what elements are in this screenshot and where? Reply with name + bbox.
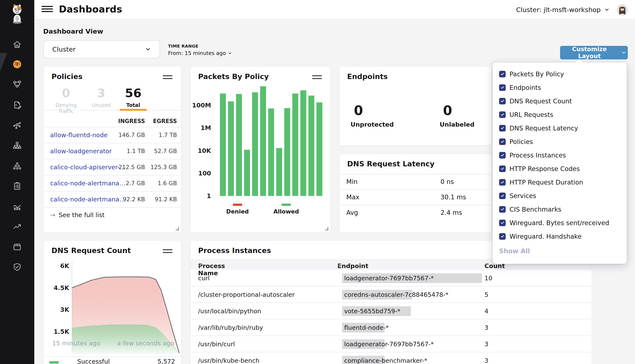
checkbox-checked-icon[interactable] (499, 152, 506, 158)
svg-text:Denied: Denied (226, 208, 249, 215)
sidebar-item-home[interactable] (12, 40, 22, 49)
sidebar-item-policy-recommendations[interactable] (12, 100, 22, 110)
policy-name-link[interactable]: calico-cloud-apiserver-… (50, 160, 126, 175)
checkbox-checked-icon[interactable] (499, 98, 506, 104)
egress-column-header: EGRESS (153, 118, 177, 124)
checkbox-checked-icon[interactable] (499, 138, 506, 145)
process-row[interactable]: /var/lib/ruby/bin/rubyfluentd-node-*3 (190, 320, 592, 336)
process-row[interactable]: /cluster-proportional-autoscalercoredns-… (190, 286, 592, 303)
svg-text:10K: 10K (198, 147, 211, 154)
latency-row-min: Min0 ns (339, 174, 491, 190)
sidebar-item-network-topology[interactable] (12, 141, 22, 150)
checkbox-checked-icon[interactable] (499, 206, 506, 213)
calico-cat-logo[interactable] (5, 2, 29, 24)
menu-item-packets-by-policy[interactable]: Packets By Policy (493, 67, 627, 81)
packets-by-policy-chart: 110010K1M100MDeniedAllowed (190, 67, 330, 233)
policy-name-link[interactable]: calico-node-alertmana… (50, 192, 125, 207)
home-icon (12, 40, 22, 49)
sidebar-item-compliance-reports[interactable] (12, 181, 22, 191)
process-name-cell: /var/lib/ruby/bin/ruby (198, 320, 263, 336)
cluster-selector[interactable]: Cluster: jlt-msft-workshop (515, 6, 611, 14)
menu-item-label: HTTP Response Codes (510, 165, 580, 172)
svg-text:6K: 6K (60, 262, 69, 270)
menu-item-label: DNS Request Count (510, 98, 572, 105)
stat-total[interactable]: 56Total (120, 87, 147, 108)
checkbox-checked-icon[interactable] (499, 125, 506, 132)
resize-handle-icon[interactable] (325, 227, 328, 230)
show-all-link[interactable]: Show All (499, 247, 530, 255)
count-cell: 3 (485, 320, 488, 336)
see-full-list-link[interactable]: →See the full list (50, 207, 105, 223)
sidebar-item-threat-defense[interactable] (12, 262, 22, 272)
dns-request-count-chart: 1.5K3K4.5K6K15 minutes agoa few seconds … (44, 241, 181, 364)
policy-ingress-value: 212.5 GB (119, 160, 145, 175)
menu-item-dns-request-count[interactable]: DNS Request Count (493, 94, 627, 108)
menu-item-endpoints[interactable]: Endpoints (493, 81, 627, 94)
process-row[interactable]: /usr/bin/kube-benchcompliance-benchmarke… (190, 352, 592, 364)
process-row[interactable]: /usr/bin/curlloadgenerator-7697bb7567-*3 (190, 336, 592, 352)
process-name-cell: /usr/bin/kube-bench (198, 352, 260, 364)
sidebar-item-network-policies[interactable] (12, 80, 22, 90)
endpoint-cell: loadgenerator-7697bb7567-* (344, 270, 434, 286)
menu-toggle-icon[interactable] (42, 6, 53, 14)
sidebar-item-service-graph[interactable] (12, 120, 22, 130)
endpoint-cell: coredns-autoscaler-7c88465478-* (344, 286, 449, 303)
page-title: Dashboards (59, 4, 122, 14)
process-row[interactable]: curlloadgenerator-7697bb7567-*10 (190, 270, 592, 286)
sidebar-item-image-assurance[interactable] (12, 242, 22, 252)
checkbox-checked-icon[interactable] (499, 84, 506, 91)
menu-item-services[interactable]: Services (493, 189, 627, 202)
sort-icon (337, 262, 342, 267)
menu-item-url-requests[interactable]: URL Requests (493, 108, 627, 121)
menu-item-label: Endpoints (510, 84, 541, 91)
endpoint-cell: vote-5655bd759-* (344, 303, 400, 320)
sidebar-item-dashboards[interactable] (12, 60, 22, 69)
menu-item-http-response-codes[interactable]: HTTP Response Codes (493, 162, 627, 176)
user-avatar[interactable] (617, 4, 628, 15)
svg-text:Allowed: Allowed (274, 208, 299, 215)
menu-item-wireguard-bytes-sent-received[interactable]: Wireguard. Bytes sent/received (493, 216, 627, 230)
menu-item-http-request-duration[interactable]: HTTP Request Duration (493, 176, 627, 189)
checkbox-checked-icon[interactable] (499, 233, 506, 240)
menu-item-dns-request-latency[interactable]: DNS Request Latency (493, 121, 627, 135)
stat-unprotected: 0Unprotected (350, 104, 394, 128)
menu-item-process-instances[interactable]: Process Instances (493, 148, 627, 162)
checkbox-checked-icon[interactable] (499, 112, 506, 118)
checkbox-checked-icon[interactable] (499, 192, 506, 199)
menu-item-label: Wireguard. Bytes sent/received (510, 219, 609, 226)
customize-layout-button[interactable]: Customize Layout (560, 46, 628, 60)
sidebar-item-trends[interactable] (12, 222, 22, 232)
chevron-down-icon (145, 46, 151, 52)
menu-item-policies[interactable]: Policies (493, 135, 627, 148)
policy-name-link[interactable]: calico-node-alertmana… (50, 176, 125, 191)
drag-handle-icon[interactable] (163, 75, 172, 81)
checkbox-checked-icon[interactable] (499, 166, 506, 172)
time-range-value[interactable]: From: 15 minutes ago (168, 50, 232, 56)
cluster-selector-label: Cluster: jlt-msft-workshop (516, 6, 601, 14)
dashboard-view-select[interactable]: Cluster (43, 40, 160, 58)
process-row[interactable]: /usr/local/bin/pythonvote-5655bd759-*4 (190, 303, 592, 320)
menu-item-label: Services (510, 192, 536, 200)
checkbox-checked-icon[interactable] (499, 179, 506, 186)
card-title: DNS Request Latency (347, 160, 435, 168)
policy-name-link[interactable]: allow-loadgenerator (50, 143, 112, 159)
latency-row-max: Max30.1 ms (339, 190, 491, 205)
policy-row: calico-cloud-apiserver-…212.5 GB125.3 GB (44, 160, 181, 176)
drag-handle-icon[interactable] (163, 249, 172, 255)
menu-item-cis-benchmarks[interactable]: CIS Benchmarks (493, 202, 627, 216)
successful-swatch-icon (49, 361, 59, 364)
trends-icon (12, 222, 22, 232)
sidebar-item-activity-stats[interactable] (12, 202, 22, 211)
menu-item-wireguard-handshake[interactable]: Wireguard. Handshake (493, 230, 627, 243)
svg-text:1.5K: 1.5K (54, 328, 69, 335)
card-title: Endpoints (347, 72, 388, 81)
sort-icon (198, 262, 203, 267)
checkbox-checked-icon[interactable] (499, 71, 506, 77)
sort-icon (485, 262, 489, 267)
drag-handle-icon[interactable] (312, 75, 322, 81)
policy-name-link[interactable]: allow-fluentd-node (50, 127, 108, 143)
sidebar-item-workloads[interactable] (12, 161, 22, 171)
policy-row: calico-node-alertmana…92.2 KB91.2 KB (44, 192, 181, 208)
resize-handle-icon[interactable] (176, 227, 179, 230)
checkbox-checked-icon[interactable] (499, 220, 506, 226)
